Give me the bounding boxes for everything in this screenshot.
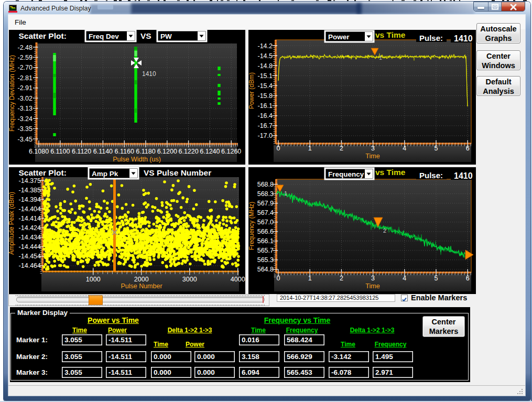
svg-text:566.6: 566.6	[257, 228, 274, 235]
svg-text:4000: 4000	[231, 276, 245, 283]
svg-text:PW: PW	[160, 32, 172, 40]
svg-text:Pulse:: Pulse:	[419, 171, 443, 180]
svg-text:1410: 1410	[142, 70, 156, 78]
svg-text:564.8: 564.8	[257, 266, 274, 273]
svg-text:-14.385: -14.385	[19, 187, 41, 194]
svg-text:2000: 2000	[134, 276, 149, 283]
svg-text:VS: VS	[140, 31, 151, 40]
svg-text:6.1160: 6.1160	[115, 148, 134, 155]
svg-text:-15.4: -15.4	[258, 82, 273, 90]
svg-text:4: 4	[403, 145, 406, 152]
svg-text:3: 3	[371, 275, 375, 282]
svg-text:566.1: 566.1	[257, 237, 274, 245]
svg-text:-3.35: -3.35	[18, 125, 33, 133]
svg-text:Frequency: Frequency	[328, 170, 364, 178]
svg-text:1410: 1410	[454, 34, 473, 43]
svg-text:3: 3	[371, 145, 375, 152]
svg-text:-14.394: -14.394	[19, 196, 41, 203]
svg-text:Frequency Deviation (MHz): Frequency Deviation (MHz)	[9, 55, 16, 132]
svg-text:6.1080: 6.1080	[29, 148, 49, 155]
svg-text:6.1120: 6.1120	[72, 148, 91, 155]
svg-text:0: 0	[277, 145, 280, 152]
svg-text:1: 1	[308, 275, 312, 282]
svg-text:565.7: 565.7	[257, 247, 274, 254]
svg-text:Time: Time	[365, 283, 379, 290]
svg-text:1: 1	[379, 55, 382, 61]
svg-text:-2.70: -2.70	[18, 64, 33, 71]
svg-text:565.3: 565.3	[257, 256, 274, 264]
svg-text:6.1240: 6.1240	[200, 148, 220, 155]
svg-text:2: 2	[340, 275, 343, 282]
svg-text:6.1200: 6.1200	[157, 148, 177, 155]
svg-text:Amplitude Peak (dBm): Amplitude Peak (dBm)	[9, 192, 15, 255]
svg-text:Pulse Number: Pulse Number	[121, 283, 162, 290]
svg-text:1: 1	[284, 190, 287, 197]
svg-text:Frequency (MHz): Frequency (MHz)	[248, 202, 255, 251]
svg-text:-2.48: -2.48	[18, 44, 33, 51]
svg-text:-14.464: -14.464	[19, 262, 41, 269]
svg-text:-17.0: -17.0	[258, 132, 273, 139]
svg-text:6.1100: 6.1100	[50, 148, 70, 155]
svg-text:Amp Pk: Amp Pk	[92, 170, 118, 178]
svg-text:1: 1	[308, 145, 312, 152]
svg-text:-14.375: -14.375	[19, 177, 41, 184]
svg-text:-3.13: -3.13	[18, 105, 33, 112]
svg-text:Power: Power	[328, 33, 350, 41]
svg-text:Scatter Plot:: Scatter Plot:	[19, 168, 67, 177]
svg-text:5: 5	[435, 145, 438, 152]
svg-text:-16.7: -16.7	[258, 122, 273, 129]
svg-text:-15.8: -15.8	[258, 92, 273, 100]
svg-text:-2.59: -2.59	[18, 54, 33, 61]
svg-text:6: 6	[466, 275, 470, 282]
svg-text:568.8: 568.8	[257, 181, 274, 188]
svg-text:-14.2: -14.2	[258, 42, 273, 50]
svg-text:6.1260: 6.1260	[221, 148, 241, 155]
svg-text:-3.02: -3.02	[18, 95, 33, 102]
svg-text:0: 0	[277, 275, 280, 282]
svg-text:6.1220: 6.1220	[178, 148, 198, 155]
svg-text:-15.1: -15.1	[258, 72, 273, 80]
svg-text:-14.434: -14.434	[19, 234, 41, 241]
svg-text:6: 6	[466, 145, 470, 152]
svg-text:3000: 3000	[182, 276, 197, 283]
svg-text:2: 2	[340, 145, 343, 152]
svg-text:-14.8: -14.8	[258, 62, 273, 70]
svg-text:VS Pulse Number: VS Pulse Number	[144, 168, 211, 177]
svg-text:1000: 1000	[86, 276, 101, 283]
svg-text:4: 4	[403, 275, 406, 282]
svg-text:Pulse Width (us): Pulse Width (us)	[113, 156, 161, 163]
svg-text:-14.414: -14.414	[19, 215, 41, 222]
svg-text:-14.454: -14.454	[19, 253, 41, 260]
svg-text:1410: 1410	[454, 171, 473, 180]
svg-text:-14.404: -14.404	[19, 205, 41, 213]
svg-text:vs Time: vs Time	[375, 30, 406, 39]
svg-text:-16.4: -16.4	[258, 112, 273, 119]
svg-text:Scatter Plot:: Scatter Plot:	[19, 31, 67, 40]
svg-text:-14.5: -14.5	[258, 52, 273, 60]
svg-text:-16.1: -16.1	[258, 102, 273, 110]
svg-text:-14.424: -14.424	[19, 224, 41, 232]
svg-text:-3.24: -3.24	[18, 115, 33, 123]
svg-text:568.3: 568.3	[257, 190, 274, 198]
svg-text:-14.444: -14.444	[19, 243, 41, 251]
svg-text:Pulse:: Pulse:	[419, 34, 443, 42]
svg-text:-3.45: -3.45	[18, 136, 33, 143]
svg-text:-2.81: -2.81	[18, 74, 33, 82]
svg-text:567.4: 567.4	[257, 209, 274, 216]
svg-text:Time: Time	[365, 153, 379, 160]
svg-text:6.1180: 6.1180	[136, 148, 155, 155]
svg-text:Freq Dev: Freq Dev	[89, 32, 119, 40]
svg-text:567.0: 567.0	[257, 219, 274, 226]
svg-text:vs Time: vs Time	[375, 168, 406, 177]
svg-text:5: 5	[435, 275, 438, 282]
svg-text:6.1140: 6.1140	[93, 148, 113, 155]
svg-text:-2.91: -2.91	[18, 84, 33, 92]
svg-text:2: 2	[383, 227, 386, 234]
svg-text:567.9: 567.9	[257, 200, 274, 207]
svg-text:Power (dBm): Power (dBm)	[248, 72, 255, 109]
